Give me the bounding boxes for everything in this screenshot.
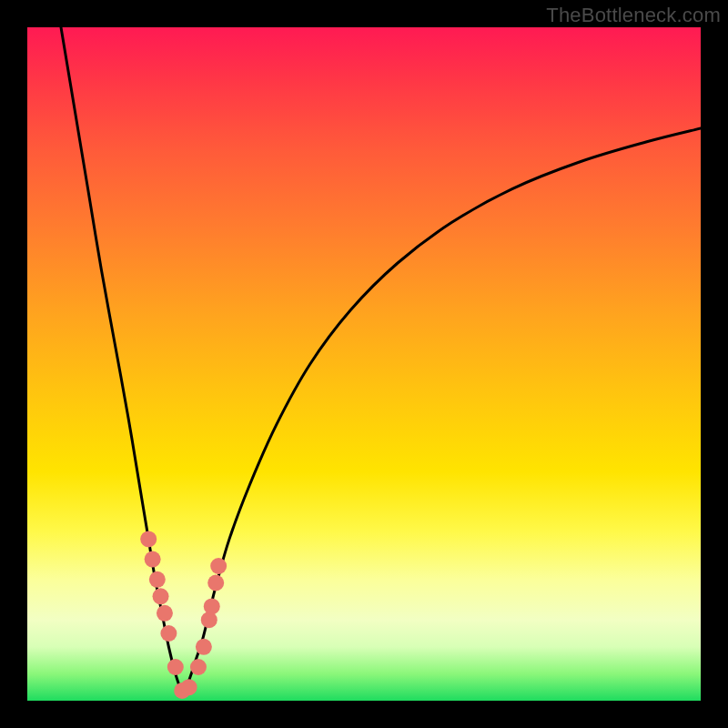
curve-layer <box>27 27 701 701</box>
watermark-text: TheBottleneck.com <box>546 4 721 27</box>
marker-dots <box>140 531 227 699</box>
marker-dot <box>207 575 224 592</box>
plot-area <box>27 27 701 701</box>
series-right-branch <box>182 128 701 694</box>
marker-dot <box>145 551 161 568</box>
marker-dot <box>167 659 184 675</box>
marker-dot <box>157 605 173 622</box>
marker-dot <box>204 598 220 614</box>
chart-frame: TheBottleneck.com <box>0 0 728 728</box>
marker-dot <box>149 571 166 588</box>
marker-dot <box>210 558 227 574</box>
marker-dot <box>190 659 207 675</box>
marker-dot <box>196 639 212 655</box>
marker-dot <box>201 612 217 628</box>
marker-dot <box>153 588 169 604</box>
marker-dot <box>160 625 177 642</box>
marker-dot <box>181 679 197 695</box>
marker-dot <box>140 531 157 547</box>
